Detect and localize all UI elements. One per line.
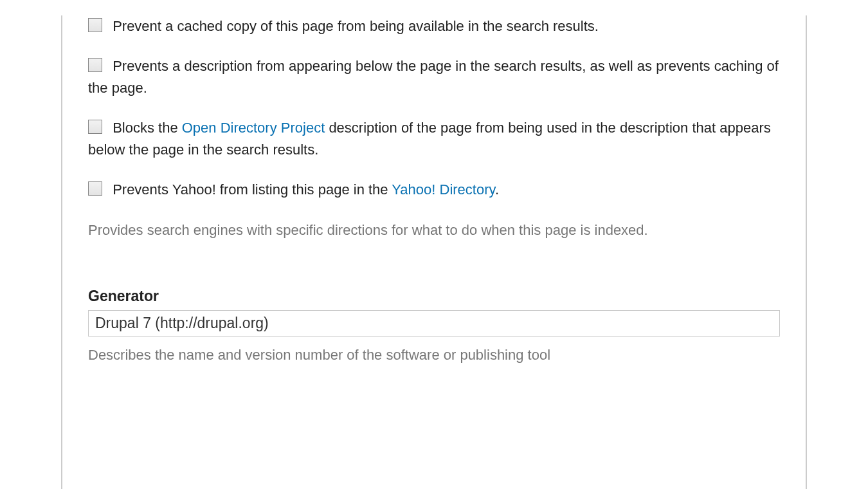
yahoo-directory-link[interactable]: Yahoo! Directory bbox=[392, 181, 495, 198]
settings-panel: Prevent a cached copy of this page from … bbox=[61, 15, 807, 489]
generator-input[interactable] bbox=[88, 310, 780, 337]
generator-help-text: Describes the name and version number of… bbox=[88, 344, 780, 366]
option-label: Prevents a description from appearing be… bbox=[88, 58, 779, 96]
open-directory-project-link[interactable]: Open Directory Project bbox=[182, 120, 325, 136]
option-no-snippet: Prevents a description from appearing be… bbox=[88, 55, 780, 99]
option-label: Blocks the Open Directory Project descri… bbox=[88, 120, 771, 158]
checkbox-no-snippet[interactable] bbox=[88, 58, 102, 72]
generator-label: Generator bbox=[88, 288, 780, 305]
option-no-odp: Blocks the Open Directory Project descri… bbox=[88, 117, 780, 161]
robots-help-text: Provides search engines with specific di… bbox=[88, 219, 780, 241]
checkbox-no-odp[interactable] bbox=[88, 120, 102, 134]
generator-field-group: Generator Describes the name and version… bbox=[88, 288, 780, 366]
checkbox-no-ydir[interactable] bbox=[88, 181, 102, 196]
option-label: Prevent a cached copy of this page from … bbox=[113, 18, 599, 34]
option-label: Prevents Yahoo! from listing this page i… bbox=[113, 181, 499, 198]
option-no-ydir: Prevents Yahoo! from listing this page i… bbox=[88, 179, 780, 201]
checkbox-no-cache[interactable] bbox=[88, 18, 102, 32]
option-no-cache: Prevent a cached copy of this page from … bbox=[88, 15, 780, 37]
